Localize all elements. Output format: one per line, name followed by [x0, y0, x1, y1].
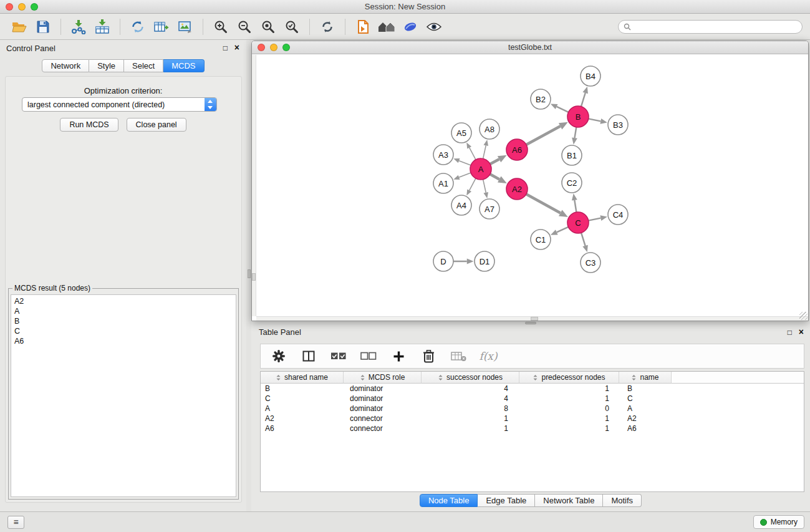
refresh-view-button[interactable]	[317, 16, 337, 37]
graph-edge-A-A8[interactable]	[483, 145, 486, 158]
tab-network-table[interactable]: Network Table	[535, 494, 603, 507]
zoom-window-button[interactable]	[31, 3, 38, 11]
zoom-out-button[interactable]	[234, 16, 254, 37]
export-table-button[interactable]	[152, 16, 171, 37]
network-canvas-svg[interactable]: B4B2BB3A5A8A6B1A3AC2A1A2A4A7C4CC1C3DD1	[252, 55, 808, 317]
graph-edge-C-C3[interactable]	[581, 233, 586, 246]
tab-network[interactable]: Network	[42, 59, 89, 72]
table-row[interactable]: Bdominator41B	[261, 384, 804, 394]
session-document-button[interactable]	[353, 16, 373, 37]
column-header-mcds-role[interactable]: MCDS role	[344, 372, 422, 384]
graph-edge-B-B1[interactable]	[574, 127, 576, 138]
result-item[interactable]: C	[14, 326, 233, 336]
add-column-button[interactable]	[388, 346, 408, 367]
bottom-strip-handle[interactable]	[531, 317, 538, 321]
tab-select[interactable]: Select	[124, 59, 163, 72]
graph-edge-A-A1[interactable]	[459, 173, 471, 177]
table-row[interactable]: A2connector11A2	[261, 414, 804, 423]
search-icon	[624, 23, 631, 31]
apply-style-button[interactable]	[400, 16, 420, 37]
graph-node-label: C3	[586, 258, 596, 268]
import-table-file-button[interactable]	[92, 16, 112, 37]
control-panel-tabs: NetworkStyleSelectMCDS	[0, 59, 246, 72]
table-row[interactable]: Cdominator41C	[261, 394, 804, 404]
deselect-all-button[interactable]	[359, 346, 378, 367]
show-hide-button[interactable]	[424, 16, 444, 37]
result-item[interactable]: A	[14, 306, 233, 316]
graph-edge-B-B4[interactable]	[581, 93, 586, 107]
close-network-window-button[interactable]	[258, 44, 265, 51]
zoom-in-button[interactable]	[211, 16, 231, 37]
close-table-panel-icon[interactable]: ×	[799, 328, 804, 336]
tab-style[interactable]: Style	[89, 59, 124, 72]
minimize-network-window-button[interactable]	[270, 44, 277, 51]
minimize-window-button[interactable]	[18, 3, 26, 11]
column-header-name[interactable]: name	[619, 372, 672, 384]
task-history-button[interactable]: ≡	[7, 516, 24, 529]
graph-edge-C-C1[interactable]	[557, 227, 569, 232]
home-button[interactable]	[377, 16, 397, 37]
graph-edge-A2-C[interactable]	[526, 194, 561, 213]
result-item[interactable]: B	[14, 316, 233, 326]
float-table-panel-icon[interactable]: □	[788, 328, 792, 337]
close-window-button[interactable]	[6, 3, 13, 11]
column-header-predecessor-nodes[interactable]: predecessor nodes	[519, 372, 619, 384]
select-all-button[interactable]	[329, 346, 349, 367]
float-panel-icon[interactable]: □	[223, 44, 228, 52]
clear-table-button[interactable]	[448, 346, 468, 367]
table-row[interactable]: A6connector11A6	[261, 423, 804, 433]
graph-edge-B-B2[interactable]	[557, 107, 569, 112]
dropdown-stepper-icon[interactable]	[205, 98, 216, 111]
result-item[interactable]: A6	[14, 336, 233, 346]
open-session-button[interactable]	[9, 16, 29, 37]
style-brush-icon	[403, 20, 418, 34]
column-header-shared-name[interactable]: shared name	[261, 372, 344, 384]
graph-edge-A-A5[interactable]	[470, 148, 476, 160]
vertical-splitter[interactable]	[246, 40, 251, 511]
tab-motifs[interactable]: Motifs	[603, 494, 642, 507]
close-panel-button[interactable]: Close panel	[127, 118, 186, 132]
delete-column-button[interactable]	[418, 346, 438, 367]
show-columns-button[interactable]	[299, 346, 319, 367]
tab-node-table[interactable]: Node Table	[420, 494, 478, 507]
search-input[interactable]	[634, 22, 797, 31]
toolbar-separator	[345, 19, 345, 35]
table-settings-button[interactable]	[269, 346, 289, 367]
network-window-titlebar[interactable]: testGlobe.txt	[252, 41, 808, 54]
zoom-fit-button[interactable]	[258, 16, 278, 37]
graph-edge-A-A3[interactable]	[459, 161, 471, 165]
zoom-selected-button[interactable]	[282, 16, 302, 37]
network-canvas[interactable]: B4B2BB3A5A8A6B1A3AC2A1A2A4A7C4CC1C3DD1	[252, 55, 808, 321]
table-clear-icon	[451, 351, 466, 362]
graph-edge-C-C2[interactable]	[574, 200, 576, 212]
graph-edge-A-A7[interactable]	[483, 180, 486, 193]
graph-edge-B-B3[interactable]	[589, 118, 601, 121]
function-builder-button[interactable]: f(x)	[478, 346, 498, 367]
sort-icon	[438, 374, 443, 381]
zoom-network-window-button[interactable]	[282, 44, 290, 51]
memory-button[interactable]: Memory	[753, 515, 804, 529]
import-network-file-button[interactable]	[69, 16, 89, 37]
graph-edge-C-C4[interactable]	[589, 218, 601, 221]
graph-edge-A6-B[interactable]	[526, 126, 561, 145]
import-network-icon	[70, 19, 87, 34]
app-window: Session: New Session	[0, 0, 810, 532]
resize-grip-icon[interactable]	[799, 312, 808, 320]
tab-edge-table[interactable]: Edge Table	[478, 494, 535, 507]
run-mcds-button[interactable]: Run MCDS	[60, 118, 118, 132]
export-image-button[interactable]	[175, 16, 195, 37]
network-from-database-button[interactable]	[128, 16, 148, 37]
criterion-dropdown[interactable]: largest connected component (directed)	[22, 97, 217, 112]
column-header-successor-nodes[interactable]: successor nodes	[422, 372, 519, 384]
tab-mcds[interactable]: MCDS	[163, 59, 204, 72]
refresh-icon	[320, 19, 335, 34]
graph-edge-A-A6[interactable]	[490, 159, 499, 164]
search-box[interactable]	[618, 20, 803, 34]
canvas-bottom-strip	[256, 316, 808, 321]
graph-edge-A-A4[interactable]	[470, 178, 476, 190]
result-item[interactable]: A2	[14, 296, 233, 306]
table-row[interactable]: Adominator80A	[261, 404, 804, 414]
graph-edge-A-A2[interactable]	[490, 174, 499, 179]
close-panel-icon[interactable]: ×	[234, 44, 239, 52]
save-session-button[interactable]	[33, 16, 53, 37]
